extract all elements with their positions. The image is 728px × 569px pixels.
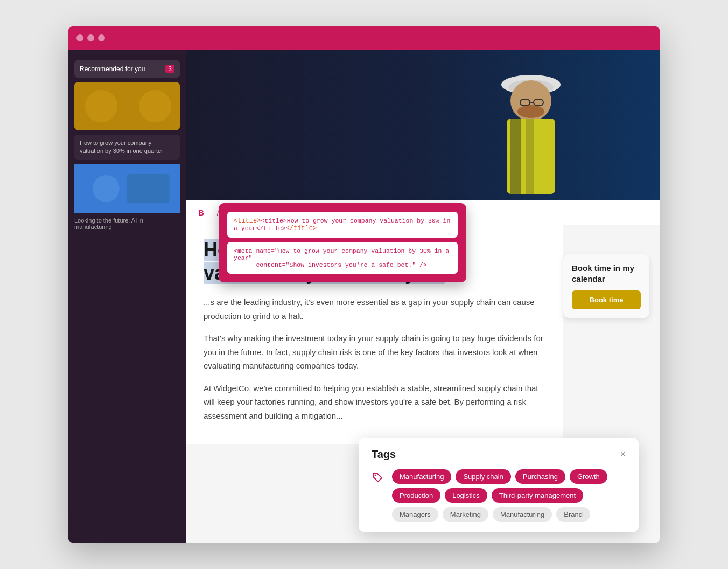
svg-point-16: [517, 105, 544, 118]
svg-rect-12: [526, 119, 534, 194]
sidebar-image-2: [74, 164, 180, 213]
svg-rect-6: [186, 50, 660, 200]
browser-window: Recommended for you 3 How to grow your c…: [68, 26, 660, 543]
svg-point-4: [93, 175, 120, 202]
sidebar-text-item[interactable]: How to grow your company valuation by 30…: [74, 135, 180, 160]
code-title-text: <title>How to grow your company valuatio…: [234, 217, 450, 232]
code-meta-line2: content="Show investors you're a safe be…: [234, 261, 451, 268]
sidebar-recommended-label: Recommended for you: [80, 65, 145, 73]
tags-row-2: Production Logistics Third-party managem…: [392, 488, 626, 503]
tags-title: Tags: [372, 448, 396, 461]
tag-icon: [372, 471, 383, 487]
tag-manufacturing[interactable]: Manufacturing: [392, 469, 451, 484]
tag-third-party[interactable]: Third-party management: [492, 488, 583, 503]
article-para-1: ...s are the leading industry, it's even…: [204, 295, 546, 323]
bold-button[interactable]: B: [195, 206, 207, 219]
minimize-dot[interactable]: [87, 34, 94, 41]
right-card-title: Book time in my calendar: [572, 263, 641, 284]
svg-point-34: [375, 475, 376, 476]
book-time-button[interactable]: Book time: [572, 290, 641, 309]
close-dot[interactable]: [76, 34, 83, 41]
code-meta-line1: <meta name="How to grow your company val…: [234, 247, 451, 261]
code-block-title: <title><title>How to grow your company v…: [227, 212, 458, 238]
tags-content: Manufacturing Supply chain Purchasing Gr…: [372, 469, 626, 522]
main-content: B i U A: ¶: [186, 50, 660, 543]
tags-header: Tags ×: [372, 448, 626, 461]
code-block-meta: <meta name="How to grow your company val…: [227, 242, 458, 274]
sidebar-recommended[interactable]: Recommended for you 3: [74, 60, 180, 78]
sidebar-badge: 3: [165, 65, 174, 73]
sidebar-text: How to grow your company valuation by 30…: [80, 139, 174, 156]
browser-titlebar: [68, 26, 660, 50]
article-para-3: At WidgetCo, we're committed to helping …: [204, 381, 546, 423]
tag-production[interactable]: Production: [392, 488, 440, 503]
window-controls: [76, 34, 105, 41]
sidebar-caption: Looking to the future: AI in manufacturi…: [74, 217, 180, 230]
article-para-2: That's why making the investment today i…: [204, 331, 546, 373]
svg-rect-11: [510, 119, 521, 194]
right-card: Book time in my calendar Book time: [563, 254, 649, 318]
sidebar: Recommended for you 3 How to grow your c…: [68, 50, 186, 543]
sidebar-image-1: [74, 82, 180, 130]
tag-marketing[interactable]: Marketing: [443, 507, 488, 522]
maximize-dot[interactable]: [98, 34, 105, 41]
tags-row-3: Managers Marketing Manufacturing Brand: [392, 507, 626, 522]
svg-point-1: [106, 85, 149, 128]
svg-rect-2: [80, 93, 123, 125]
tag-brand[interactable]: Brand: [556, 507, 590, 522]
tag-manufacturing-2[interactable]: Manufacturing: [493, 507, 552, 522]
tags-close-button[interactable]: ×: [620, 449, 626, 460]
code-tooltip: <title><title>How to grow your company v…: [219, 203, 466, 282]
svg-rect-5: [127, 174, 169, 203]
tags-rows: Manufacturing Supply chain Purchasing Gr…: [392, 469, 626, 522]
tag-purchasing[interactable]: Purchasing: [515, 469, 565, 484]
tag-logistics[interactable]: Logistics: [445, 488, 487, 503]
hero-image: [186, 50, 660, 200]
tags-panel: Tags × Manufacturing Supply c: [359, 438, 639, 532]
tag-growth[interactable]: Growth: [570, 469, 607, 484]
tag-supply-chain[interactable]: Supply chain: [456, 469, 510, 484]
svg-rect-0: [74, 82, 180, 130]
tag-managers[interactable]: Managers: [392, 507, 438, 522]
browser-content: Recommended for you 3 How to grow your c…: [68, 50, 660, 543]
tags-row-1: Manufacturing Supply chain Purchasing Gr…: [392, 469, 626, 484]
